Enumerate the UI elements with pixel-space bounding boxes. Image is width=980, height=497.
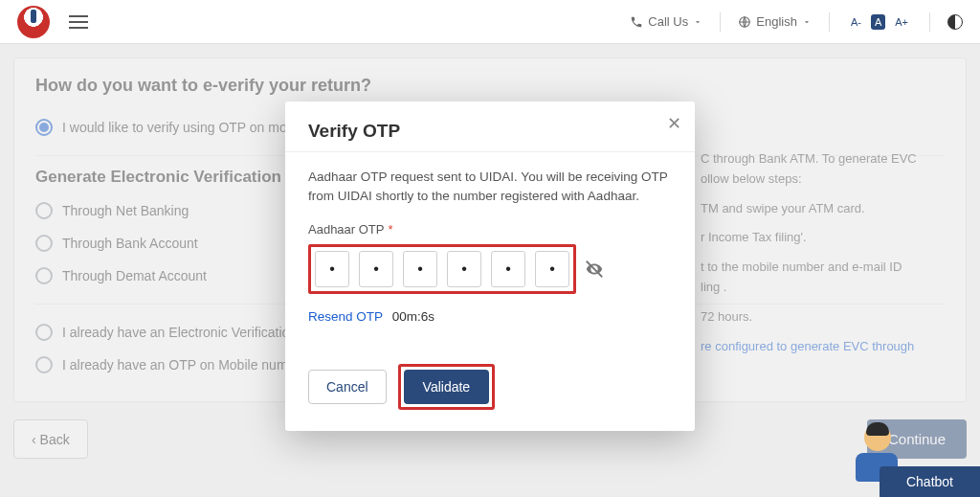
radio-indicator [35,202,53,219]
site-logo[interactable] [17,6,50,38]
contrast-toggle-icon[interactable] [947,14,963,30]
menu-icon[interactable] [69,15,88,29]
radio-indicator [35,235,53,252]
chatbot-tab[interactable]: Chatbot [880,466,980,497]
page-title: How do you want to e-verify your return? [35,76,945,96]
radio-label: I would like to verify using OTP on mobi… [62,120,308,135]
radio-label: I already have an OTP on Mobile number [62,357,307,373]
font-size-controls: A- A A+ [847,14,912,30]
chevron-down-icon [802,17,812,27]
radio-label: Through Bank Account [62,236,198,251]
otp-digit-3[interactable]: • [403,251,437,287]
info-panel: C through Bank ATM. To generate EVC ollo… [686,149,945,356]
app-header: Call Us English A- A A+ [0,0,980,44]
validate-highlight: Validate [398,364,496,410]
radio-indicator [35,324,53,341]
radio-indicator [35,267,53,284]
font-decrease-button[interactable]: A- [847,14,865,30]
phone-icon [630,15,643,29]
font-normal-button[interactable]: A [871,14,885,30]
visibility-off-icon[interactable] [584,259,605,280]
separator [720,12,721,32]
info-line: C through Bank ATM. To generate EVC [701,149,945,169]
radio-label: Through Net Banking [62,203,189,218]
otp-digit-2[interactable]: • [359,251,393,287]
language-dropdown[interactable]: English [738,14,812,29]
font-increase-button[interactable]: A+ [891,14,912,30]
resend-otp-link[interactable]: Resend OTP [308,309,383,324]
modal-actions: Cancel Validate [308,364,672,410]
modal-title: Verify OTP [308,121,672,142]
call-us-dropdown[interactable]: Call Us [630,14,702,29]
back-button[interactable]: ‹ Back [13,419,88,459]
otp-digit-5[interactable]: • [491,251,525,287]
globe-icon [738,15,751,29]
info-line: ollow below steps: [701,169,945,190]
info-line: r Income Tax filing'. [701,228,945,248]
otp-timer: 00m:6s [392,309,434,324]
info-line: t to the mobile number and e-mail ID [701,258,945,278]
info-link[interactable]: re configured to generate EVC through [701,337,945,357]
chevron-down-icon [693,17,702,27]
radio-indicator [35,356,53,373]
otp-label-text: Aadhaar OTP [308,222,385,237]
otp-digit-1[interactable]: • [315,251,349,287]
modal-description: Aadhaar OTP request sent to UIDAI. You w… [308,168,672,207]
otp-digit-4[interactable]: • [447,251,481,287]
divider [285,151,695,152]
validate-button[interactable]: Validate [404,370,490,404]
info-line: 72 hours. [701,307,945,328]
radio-label: I already have an Electronic Verificatio… [62,325,310,340]
header-left [17,6,88,38]
language-label: English [756,14,797,29]
cancel-button[interactable]: Cancel [308,370,387,404]
otp-row: • • • • • • [308,244,672,294]
required-indicator: * [389,222,393,237]
call-us-label: Call Us [648,14,688,29]
header-right: Call Us English A- A A+ [630,12,963,32]
radio-label: Through Demat Account [62,268,207,283]
info-line: ling . [701,278,945,298]
otp-digit-6[interactable]: • [535,251,569,287]
separator [829,12,830,32]
radio-indicator-selected [35,119,53,136]
verify-otp-modal: ✕ Verify OTP Aadhaar OTP request sent to… [285,102,695,431]
close-icon[interactable]: ✕ [667,115,681,132]
otp-input-group: • • • • • • [308,244,576,294]
separator [929,12,930,32]
resend-row: Resend OTP 00m:6s [308,309,672,324]
info-line: TM and swipe your ATM card. [701,199,945,219]
otp-field-label: Aadhaar OTP* [308,222,672,237]
